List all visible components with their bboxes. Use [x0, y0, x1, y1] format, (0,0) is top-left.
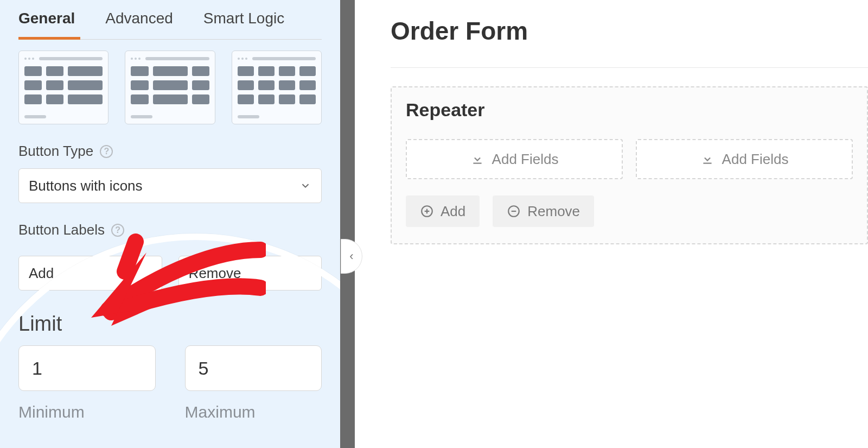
form-preview: Order Form Repeater Add Fields Add Field… — [355, 0, 868, 448]
layout-option-3[interactable] — [232, 51, 322, 124]
chevron-down-icon — [299, 180, 311, 192]
tab-advanced[interactable]: Advanced — [105, 4, 173, 39]
repeater-add-label: Add — [441, 203, 465, 220]
repeater-title: Repeater — [406, 99, 853, 121]
limit-max-label: Maximum — [185, 403, 322, 421]
panel-divider: ‹ — [340, 0, 355, 448]
limit-max-input[interactable] — [185, 345, 322, 391]
layout-options — [18, 51, 322, 124]
repeater-field[interactable]: Repeater Add Fields Add Fields — [391, 86, 868, 244]
repeater-add-button[interactable]: Add — [406, 195, 480, 227]
add-fields-slot[interactable]: Add Fields — [406, 139, 623, 179]
tab-general[interactable]: General — [18, 4, 75, 39]
form-title: Order Form — [391, 16, 868, 46]
settings-tabs: General Advanced Smart Logic — [18, 4, 322, 40]
settings-panel: General Advanced Smart Logic — [0, 0, 340, 448]
button-labels-group: Button Labels ? — [18, 222, 322, 291]
download-icon — [470, 152, 484, 166]
limit-min-input[interactable] — [18, 345, 156, 391]
repeater-remove-button[interactable]: Remove — [493, 195, 594, 227]
button-labels-label: Button Labels — [18, 222, 105, 238]
add-fields-slot[interactable]: Add Fields — [636, 139, 853, 179]
limit-inputs: Minimum Maximum — [18, 345, 322, 421]
plus-circle-icon — [420, 204, 434, 218]
remove-label-input[interactable] — [178, 256, 322, 291]
help-icon[interactable]: ? — [100, 145, 113, 158]
add-fields-label: Add Fields — [722, 151, 789, 168]
layout-option-2[interactable] — [125, 51, 215, 124]
limit-min-label: Minimum — [18, 403, 156, 421]
repeater-remove-label: Remove — [527, 203, 580, 220]
download-icon — [700, 152, 714, 166]
button-type-label: Button Type — [18, 143, 93, 160]
button-type-value: Buttons with icons — [29, 178, 143, 194]
button-type-select[interactable]: Buttons with icons — [18, 168, 322, 203]
divider-line — [391, 67, 868, 68]
tab-smart-logic[interactable]: Smart Logic — [203, 4, 284, 39]
layout-option-1[interactable] — [18, 51, 108, 124]
help-icon[interactable]: ? — [111, 224, 124, 237]
add-label-input[interactable] — [18, 256, 162, 291]
button-type-group: Button Type ? Buttons with icons — [18, 143, 322, 203]
chevron-left-icon: ‹ — [349, 249, 353, 263]
limit-heading: Limit — [18, 312, 322, 336]
add-fields-label: Add Fields — [492, 151, 559, 168]
minus-circle-icon — [507, 204, 521, 218]
